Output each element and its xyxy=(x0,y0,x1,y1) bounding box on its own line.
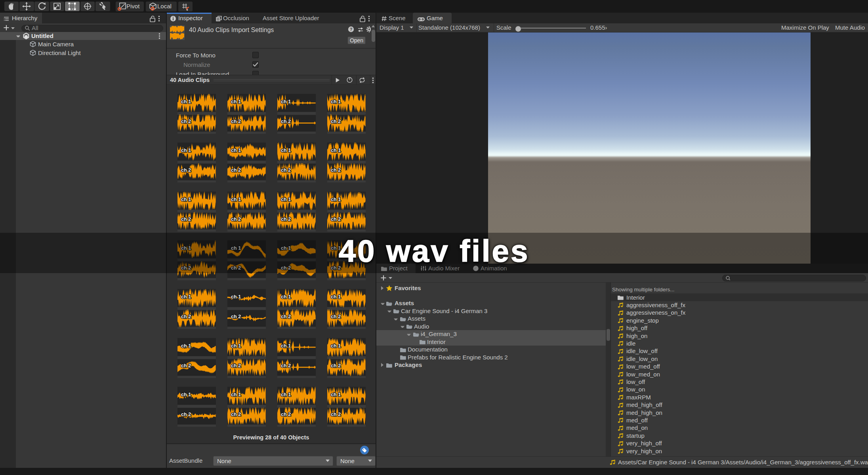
svg-text:ch 1: ch 1 xyxy=(231,343,241,349)
svg-text:ch 1: ch 1 xyxy=(181,148,191,153)
svg-text:ch 1: ch 1 xyxy=(331,197,341,202)
svg-text:ch 1: ch 1 xyxy=(281,392,291,397)
svg-text:ch 2: ch 2 xyxy=(331,363,341,369)
svg-text:ch 1: ch 1 xyxy=(231,99,241,104)
svg-text:ch 1: ch 1 xyxy=(281,197,291,202)
svg-text:ch 1: ch 1 xyxy=(181,392,191,397)
svg-text:ch 2: ch 2 xyxy=(181,168,191,173)
svg-text:ch 2: ch 2 xyxy=(231,119,241,124)
svg-text:ch 1: ch 1 xyxy=(181,294,191,300)
svg-text:ch 2: ch 2 xyxy=(231,363,241,369)
svg-text:ch 2: ch 2 xyxy=(331,119,341,124)
svg-text:ch 1: ch 1 xyxy=(281,148,291,153)
svg-text:ch 2: ch 2 xyxy=(281,119,291,124)
svg-text:ch 1: ch 1 xyxy=(281,99,291,104)
svg-text:ch 2: ch 2 xyxy=(331,217,341,222)
svg-text:ch 1: ch 1 xyxy=(331,392,341,397)
svg-text:ch 1: ch 1 xyxy=(281,343,291,349)
svg-text:ch 2: ch 2 xyxy=(231,412,241,417)
svg-text:ch 2: ch 2 xyxy=(331,314,341,320)
svg-text:ch 1: ch 1 xyxy=(231,294,241,300)
svg-text:ch 1: ch 1 xyxy=(331,99,341,104)
svg-text:ch 1: ch 1 xyxy=(331,148,341,153)
svg-text:ch 2: ch 2 xyxy=(231,314,241,320)
svg-text:ch 1: ch 1 xyxy=(231,197,241,202)
svg-text:?: ? xyxy=(350,27,353,32)
svg-text:ch 2: ch 2 xyxy=(181,412,191,417)
svg-text:ch 2: ch 2 xyxy=(281,168,291,173)
svg-text:ch 2: ch 2 xyxy=(181,314,191,320)
svg-text:ch 2: ch 2 xyxy=(181,217,191,222)
svg-text:ch 2: ch 2 xyxy=(331,168,341,173)
svg-text:ch 1: ch 1 xyxy=(181,197,191,202)
svg-text:ch 2: ch 2 xyxy=(231,168,241,173)
svg-text:ch 1: ch 1 xyxy=(281,294,291,300)
svg-text:ch 1: ch 1 xyxy=(331,294,341,300)
svg-text:ch 2: ch 2 xyxy=(281,314,291,320)
svg-text:ch 1: ch 1 xyxy=(231,392,241,397)
svg-text:ch 2: ch 2 xyxy=(281,412,291,417)
svg-text:ch 1: ch 1 xyxy=(231,148,241,153)
svg-text:ch 2: ch 2 xyxy=(281,217,291,222)
svg-text:ch 1: ch 1 xyxy=(181,99,191,104)
svg-text:ch 1: ch 1 xyxy=(181,343,191,349)
svg-text:ch 2: ch 2 xyxy=(331,412,341,417)
svg-text:ch 2: ch 2 xyxy=(181,119,191,124)
svg-text:ch 2: ch 2 xyxy=(181,363,191,369)
svg-text:ch 1: ch 1 xyxy=(331,343,341,349)
svg-text:ch 2: ch 2 xyxy=(281,363,291,369)
svg-text:ch 2: ch 2 xyxy=(231,217,241,222)
